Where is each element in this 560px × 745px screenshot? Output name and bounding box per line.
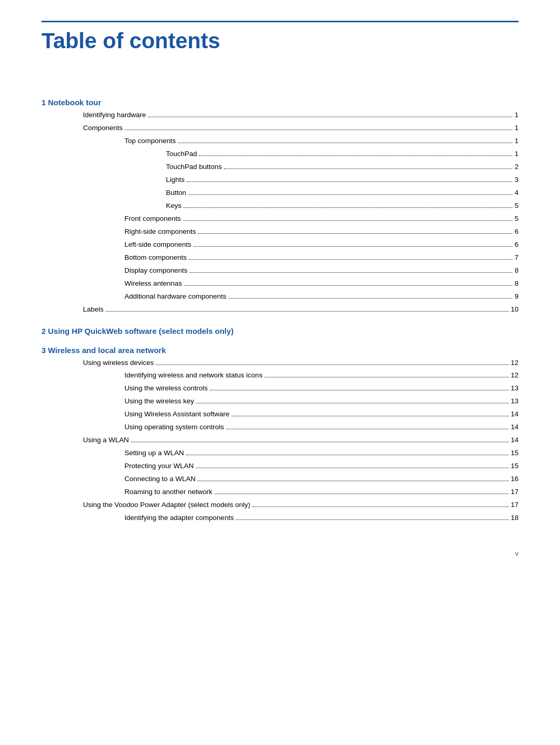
toc-entry-page: 1	[514, 148, 519, 161]
toc-entry-dots	[199, 156, 512, 156]
toc-entry: Identifying hardware1	[41, 109, 519, 122]
toc-entry-text: Front components	[124, 213, 181, 226]
toc-entry: Using operating system controls14	[41, 421, 519, 434]
toc-entry-page: 8	[514, 264, 519, 277]
top-border	[41, 21, 519, 22]
toc-entry-page: 13	[511, 395, 519, 408]
toc-entry-text: Connecting to a WLAN	[124, 473, 195, 486]
section-heading-2: 2 Using HP QuickWeb software (select mod…	[41, 327, 519, 335]
footer-page-number: v	[515, 550, 519, 557]
toc-entry-dots	[198, 233, 512, 234]
toc-entry-dots	[188, 194, 512, 195]
toc-entry-page: 16	[511, 473, 519, 486]
toc-entry-dots	[184, 207, 512, 208]
toc-entry: Using a WLAN14	[41, 434, 519, 447]
toc-entry-page: 8	[514, 277, 519, 290]
toc-entry: TouchPad buttons2	[41, 161, 519, 174]
toc-entry-text: Using a WLAN	[83, 434, 129, 447]
toc-entry: Lights3	[41, 174, 519, 187]
toc-entry-page: 5	[514, 213, 519, 226]
toc-container: 1 Notebook tourIdentifying hardware1Comp…	[41, 98, 519, 525]
toc-entry-dots	[131, 442, 509, 442]
toc-entry-page: 5	[514, 200, 519, 213]
toc-entry: Identifying wireless and network status …	[41, 369, 519, 382]
toc-entry-text: Identifying the adapter components	[124, 512, 234, 525]
section-block-2: 2 Using HP QuickWeb software (select mod…	[41, 327, 519, 335]
toc-entry: Using Wireless Assistant software14	[41, 408, 519, 421]
toc-entry-text: Wireless antennas	[124, 277, 182, 290]
toc-entry-page: 12	[511, 369, 519, 382]
toc-entry: Left-side components6	[41, 238, 519, 251]
toc-entry: Front components5	[41, 213, 519, 226]
toc-entry-page: 13	[511, 382, 519, 395]
section-block-1: 1 Notebook tourIdentifying hardware1Comp…	[41, 98, 519, 316]
toc-entry-dots	[196, 403, 509, 403]
toc-entry-page: 2	[514, 161, 519, 174]
toc-entry-text: Right-side components	[124, 226, 196, 238]
toc-entry-text: Lights	[166, 174, 185, 187]
toc-entry: Roaming to another network17	[41, 486, 519, 499]
toc-entry-page: 6	[514, 226, 519, 238]
toc-entry-text: Top components	[124, 135, 176, 148]
footer-page: v	[41, 545, 519, 557]
toc-entry-dots	[186, 455, 509, 455]
toc-entry-dots	[264, 377, 509, 377]
toc-entry-dots	[189, 259, 512, 260]
toc-entry-dots	[125, 130, 513, 130]
toc-entry: Using wireless devices12	[41, 357, 519, 370]
toc-entry-dots	[232, 416, 509, 416]
toc-entry-dots	[184, 285, 512, 286]
toc-entry-dots	[156, 364, 509, 365]
toc-entry-page: 14	[511, 421, 519, 434]
toc-entry-dots	[226, 429, 509, 429]
toc-entry-dots	[190, 272, 513, 273]
toc-entry: Bottom components7	[41, 251, 519, 264]
toc-entry: Right-side components6	[41, 226, 519, 238]
toc-entry: Protecting your WLAN15	[41, 460, 519, 473]
toc-entry: Top components1	[41, 135, 519, 148]
toc-entry-text: Using the wireless key	[124, 395, 194, 408]
toc-entry-page: 18	[511, 512, 519, 525]
toc-entry-text: Using Wireless Assistant software	[124, 408, 230, 421]
toc-entry-text: Additional hardware components	[124, 290, 227, 303]
toc-entry-dots	[196, 468, 509, 468]
toc-entry-dots	[198, 481, 509, 481]
toc-entry: Components1	[41, 122, 519, 135]
toc-entry-text: Protecting your WLAN	[124, 460, 194, 473]
toc-entry-dots	[183, 220, 513, 221]
toc-entry-text: Keys	[166, 200, 181, 213]
toc-entry-dots	[148, 117, 513, 117]
toc-entry-page: 14	[511, 434, 519, 447]
section-heading-3: 3 Wireless and local area network	[41, 346, 519, 355]
toc-entry: Display components8	[41, 264, 519, 277]
toc-entry-page: 12	[511, 357, 519, 370]
section-heading-1: 1 Notebook tour	[41, 98, 519, 107]
toc-entry-text: Setting up a WLAN	[124, 447, 184, 460]
toc-entry-text: Using the Voodoo Power Adapter (select m…	[83, 499, 250, 512]
toc-entry-text: Display components	[124, 264, 188, 277]
toc-entry: Additional hardware components9	[41, 290, 519, 303]
toc-entry-text: Button	[166, 187, 186, 200]
toc-entry-dots	[236, 519, 509, 520]
toc-entry: Using the Voodoo Power Adapter (select m…	[41, 499, 519, 512]
toc-entry: Identifying the adapter components18	[41, 512, 519, 525]
toc-entry-dots	[106, 311, 509, 312]
toc-entry-dots	[253, 507, 509, 507]
toc-entry: Labels10	[41, 303, 519, 316]
toc-entry-text: TouchPad	[166, 148, 197, 161]
toc-entry-text: Using operating system controls	[124, 421, 224, 434]
toc-entry: Setting up a WLAN15	[41, 447, 519, 460]
toc-entry-dots	[229, 298, 513, 299]
toc-entry: Using the wireless controls13	[41, 382, 519, 395]
toc-entry-page: 1	[514, 109, 519, 122]
toc-entry-page: 6	[514, 238, 519, 251]
toc-entry-page: 15	[511, 447, 519, 460]
toc-entry-text: Identifying wireless and network status …	[124, 369, 262, 382]
toc-entry-page: 4	[514, 187, 519, 200]
toc-entry-text: Identifying hardware	[83, 109, 146, 122]
toc-entry-page: 10	[511, 303, 519, 316]
toc-entry: Wireless antennas8	[41, 277, 519, 290]
toc-entry-page: 17	[511, 486, 519, 499]
toc-entry: TouchPad1	[41, 148, 519, 161]
toc-entry-text: TouchPad buttons	[166, 161, 222, 174]
